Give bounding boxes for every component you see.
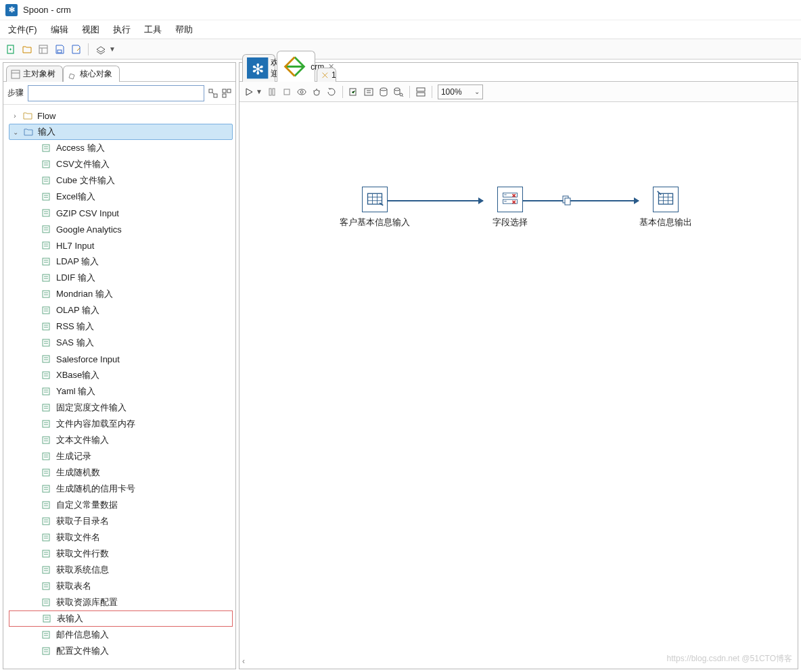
zoom-selector[interactable]: 100% ⌄ <box>438 85 483 99</box>
canvas-tab-crm[interactable]: crm ✕ <box>277 51 315 82</box>
sql-icon[interactable] <box>378 87 389 97</box>
tree-item[interactable]: OLAP 输入 <box>9 302 233 318</box>
new-file-icon[interactable] <box>5 44 16 55</box>
tree-item[interactable]: 文本文件输入 <box>9 432 233 448</box>
expand-all-icon[interactable] <box>208 89 218 98</box>
perspective-dropdown-icon[interactable]: ▼ <box>109 45 116 53</box>
tree-item[interactable]: RSS 输入 <box>9 318 233 335</box>
tree-item-label: 获取文件名 <box>56 531 100 544</box>
svg-text:✻: ✻ <box>252 61 264 78</box>
tree-item[interactable]: 自定义常量数据 <box>9 497 233 513</box>
scroll-left-icon[interactable]: ‹ <box>242 656 245 666</box>
tree-item[interactable]: 获取资源库配置 <box>9 594 233 610</box>
menu-file[interactable]: 文件(F) <box>5 22 40 37</box>
canvas-tab-1[interactable]: 1 <box>317 68 336 82</box>
stop-icon[interactable] <box>281 87 292 97</box>
svg-rect-29 <box>43 469 49 476</box>
replay-icon[interactable] <box>326 87 337 97</box>
canvas-tab-welcome[interactable]: ✻ 欢迎! <box>242 54 275 82</box>
chevron-down-icon[interactable]: ⌄ <box>474 88 480 95</box>
tree-item[interactable]: LDAP 输入 <box>9 254 233 270</box>
menu-tools[interactable]: 工具 <box>141 22 164 37</box>
tree-item[interactable]: CSV文件输入 <box>9 156 233 172</box>
tree-item[interactable]: GZIP CSV Input <box>9 205 233 221</box>
tree-item[interactable]: Google Analytics <box>9 221 233 237</box>
tree-item[interactable]: LDIF 输入 <box>9 270 233 286</box>
tree-item[interactable]: Excel输入 <box>9 189 233 205</box>
tree-item-label: RSS 输入 <box>56 320 94 333</box>
menu-help[interactable]: 帮助 <box>173 22 196 37</box>
step-tree[interactable]: › Flow ⌄ 输入 Access 输入CSV文件输入Cube 文件输入Exc… <box>3 105 235 669</box>
step-node-input[interactable]: 客户基本信息输入 <box>334 187 415 229</box>
tree-item[interactable]: 生成随机的信用卡号 <box>9 481 233 497</box>
tree-item[interactable]: XBase输入 <box>9 367 233 383</box>
chevron-right-icon[interactable]: › <box>12 112 18 120</box>
menu-view[interactable]: 视图 <box>79 22 102 37</box>
tree-item[interactable]: Yaml 输入 <box>9 383 233 400</box>
tree-item[interactable]: 获取子目录名 <box>9 513 233 529</box>
svg-rect-55 <box>417 93 425 96</box>
window-title: Spoon - crm <box>23 5 71 15</box>
tree-folder-flow[interactable]: › Flow <box>9 107 233 124</box>
run-icon[interactable] <box>244 87 254 97</box>
preview-icon[interactable] <box>296 87 307 97</box>
svg-rect-35 <box>43 567 49 573</box>
step-icon <box>41 597 52 608</box>
step-node-output[interactable]: 基本信息输出 <box>625 187 706 229</box>
tree-item[interactable]: Access 输入 <box>9 140 233 156</box>
open-file-icon[interactable] <box>22 44 32 55</box>
tree-item[interactable]: 获取文件名 <box>9 529 233 546</box>
menu-edit[interactable]: 编辑 <box>48 22 71 37</box>
transformation-new-icon <box>321 72 329 79</box>
step-icon <box>41 354 52 364</box>
chevron-down-icon[interactable]: ⌄ <box>12 128 19 136</box>
tree-item[interactable]: 固定宽度文件输入 <box>9 400 233 416</box>
hop-copy-icon <box>562 195 572 206</box>
tree-item-label: 生成随机数 <box>56 466 100 479</box>
tab-main-object-tree[interactable]: 主对象树 <box>6 66 63 82</box>
tree-item[interactable]: 文件内容加载至内存 <box>9 416 233 432</box>
collapse-all-icon[interactable] <box>222 89 231 98</box>
step-icon <box>41 516 52 527</box>
impact-icon[interactable] <box>363 87 374 97</box>
debug-icon[interactable] <box>311 87 322 97</box>
step-icon <box>41 337 52 348</box>
menu-run[interactable]: 执行 <box>110 22 133 37</box>
pause-icon[interactable] <box>267 87 277 97</box>
tree-item[interactable]: 邮件信息输入 <box>9 627 233 643</box>
tree-item[interactable]: Cube 文件输入 <box>9 172 233 189</box>
canvas[interactable]: 客户基本信息输入 字段选择 基本信息输出 ‹ https://blog.csdn… <box>239 102 798 669</box>
step-node-select[interactable]: 字段选择 <box>470 187 551 229</box>
tree-item[interactable]: 表输入 <box>9 610 233 627</box>
run-dropdown-icon[interactable]: ▼ <box>256 88 262 95</box>
tree-item[interactable]: 获取表名 <box>9 578 233 594</box>
verify-icon[interactable] <box>348 87 359 97</box>
step-icon <box>41 467 52 478</box>
tree-item[interactable]: Mondrian 输入 <box>9 286 233 302</box>
save-as-icon[interactable] <box>70 44 81 55</box>
tree-item[interactable]: SAS 输入 <box>9 335 233 351</box>
tree-item[interactable]: HL7 Input <box>9 237 233 254</box>
show-results-icon[interactable] <box>415 87 426 97</box>
tree-folder-input[interactable]: ⌄ 输入 <box>9 124 233 140</box>
svg-rect-22 <box>43 356 49 362</box>
perspective-icon[interactable] <box>95 44 106 55</box>
step-icon <box>41 386 52 397</box>
svg-rect-61 <box>659 193 673 204</box>
tree-item[interactable]: 生成随机数 <box>9 464 233 481</box>
tab-core-objects[interactable]: 核心对象 <box>63 66 120 82</box>
svg-rect-12 <box>43 193 49 200</box>
explorer-icon[interactable] <box>38 44 49 55</box>
tree-item[interactable]: 获取文件行数 <box>9 546 233 562</box>
step-search-input[interactable] <box>28 85 204 101</box>
explore-db-icon[interactable] <box>393 87 404 97</box>
tree-item[interactable]: 获取系统信息 <box>9 562 233 578</box>
step-search-label: 步骤 <box>7 87 24 99</box>
tree-item[interactable]: 生成记录 <box>9 448 233 464</box>
tree-item[interactable]: 配置文件输入 <box>9 643 233 659</box>
tree-item[interactable]: Salesforce Input <box>9 351 233 367</box>
tree-item-label: 获取文件行数 <box>56 548 109 560</box>
svg-rect-23 <box>43 372 49 379</box>
tree-item-label: Cube 文件输入 <box>56 174 115 187</box>
save-icon[interactable] <box>54 44 65 55</box>
